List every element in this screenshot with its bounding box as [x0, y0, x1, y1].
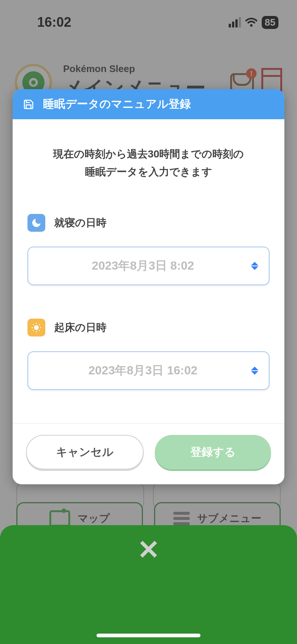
- close-bar[interactable]: ✕: [0, 525, 297, 644]
- close-icon: ✕: [137, 536, 160, 563]
- bedtime-picker[interactable]: 2023年8月3日 8:02: [27, 247, 270, 285]
- wakeup-label: 起床の日時: [54, 321, 107, 335]
- wakeup-label-row: 起床の日時: [27, 319, 270, 336]
- cancel-button[interactable]: キャンセル: [26, 435, 144, 469]
- wakeup-field: 起床の日時 2023年8月3日 16:02: [27, 319, 270, 390]
- moon-icon: [27, 214, 45, 232]
- modal-title: 睡眠データのマニュアル登録: [43, 97, 191, 112]
- info-line-2: 睡眠データを入力できます: [27, 163, 270, 181]
- bedtime-field: 就寝の日時 2023年8月3日 8:02: [27, 214, 270, 285]
- bedtime-label-row: 就寝の日時: [27, 214, 270, 232]
- sun-icon: [27, 319, 45, 336]
- manual-sleep-entry-modal: 睡眠データのマニュアル登録 現在の時刻から過去30時間までの時刻の 睡眠データを…: [13, 89, 284, 484]
- home-indicator[interactable]: [97, 634, 200, 637]
- modal-info-text: 現在の時刻から過去30時間までの時刻の 睡眠データを入力できます: [27, 145, 270, 180]
- modal-body: 現在の時刻から過去30時間までの時刻の 睡眠データを入力できます 就寝の日時 2…: [13, 119, 284, 423]
- modal-header: 睡眠データのマニュアル登録: [13, 89, 284, 119]
- svg-point-0: [35, 326, 38, 329]
- save-icon: [23, 99, 34, 110]
- wakeup-picker[interactable]: 2023年8月3日 16:02: [27, 351, 270, 390]
- bedtime-label: 就寝の日時: [54, 216, 107, 230]
- submit-button[interactable]: 登録する: [155, 435, 271, 469]
- bedtime-value: 2023年8月3日 8:02: [92, 258, 194, 274]
- info-line-1: 現在の時刻から過去30時間までの時刻の: [27, 145, 270, 163]
- picker-stepper-icon: [251, 367, 258, 375]
- wakeup-value: 2023年8月3日 16:02: [88, 362, 198, 379]
- modal-footer: キャンセル 登録する: [13, 423, 284, 484]
- picker-stepper-icon: [251, 262, 258, 270]
